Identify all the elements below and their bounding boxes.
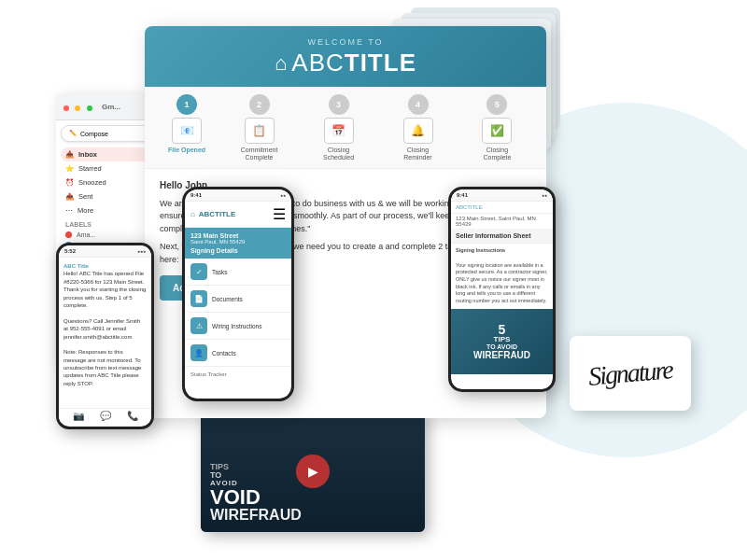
phone-right-status-icons: ●● bbox=[542, 192, 547, 198]
right-phone-section-title: Seller Information Sheet bbox=[451, 229, 553, 244]
step-label-5: Closing Complete bbox=[472, 147, 523, 162]
main-scene: Gm... ✏️ Compose 📥 Inbox ⭐ Starred ⏰ Sno… bbox=[0, 0, 747, 560]
wirefraud-text: WIREFRAUD bbox=[473, 350, 530, 360]
app-menu-tasks[interactable]: ✓ Tasks bbox=[185, 259, 291, 286]
starred-label: Starred bbox=[78, 164, 102, 173]
expand-dot bbox=[87, 105, 92, 111]
gmail-label: Gm... bbox=[102, 103, 120, 111]
snoozed-label: Snoozed bbox=[78, 178, 106, 187]
close-dot bbox=[63, 105, 69, 111]
sent-icon: 📤 bbox=[65, 192, 74, 201]
phone-left-time: 5:52 bbox=[64, 248, 76, 254]
phone-left-screen: 5:52 ●●● ABC Title Hello! ABC Title has … bbox=[59, 245, 151, 427]
sent-label: Sent bbox=[78, 192, 92, 201]
message-icon: 💬 bbox=[100, 411, 111, 421]
edit-icon: ✏️ bbox=[69, 130, 78, 137]
phone-icon: 📞 bbox=[127, 411, 138, 421]
right-phone-content-text: Your signing location are available in a… bbox=[451, 259, 553, 309]
right-phone-signing-title: Signing Instructions bbox=[451, 244, 553, 259]
step-icon-1: 📧 bbox=[172, 118, 202, 144]
email-header: WELCOME TO ⌂ ABCTITLE bbox=[145, 26, 546, 87]
signature-card: Signature bbox=[570, 336, 691, 411]
step-icon-4: 🔔 bbox=[403, 118, 433, 144]
phone-left-notification: ABC Title Hello! ABC Title has opened Fi… bbox=[59, 258, 151, 392]
step-3: 3 📅 Closing Scheduled bbox=[313, 94, 364, 162]
step-label-2: Commitment Complete bbox=[233, 147, 285, 162]
step-label-4: Closing Reminder bbox=[392, 147, 444, 162]
step-1: 1 📧 File Opened bbox=[168, 94, 205, 154]
wiring-label: Wiring Instructions bbox=[212, 323, 261, 329]
label-dot-1 bbox=[65, 231, 72, 238]
phone-center-status-bar: 9:41 ●● bbox=[185, 189, 291, 202]
tips-label: TIPS bbox=[494, 336, 511, 343]
phone-left-questions: Questions? Call Jennifer Smith at 952-55… bbox=[63, 317, 147, 341]
phone-left-status-bar: 5:52 ●●● bbox=[59, 245, 151, 258]
camera-icon: 📷 bbox=[73, 411, 84, 421]
phone-right-status-bar: 9:41 ●● bbox=[451, 189, 553, 202]
documents-icon: 📄 bbox=[190, 290, 207, 307]
app-header: ⌂ ABCTITLE ☰ bbox=[185, 202, 291, 228]
step-4: 4 🔔 Closing Reminder bbox=[392, 94, 444, 162]
contacts-icon: 👤 bbox=[190, 344, 207, 361]
brand-title: TITLE bbox=[345, 49, 416, 77]
brand-logo: ⌂ ABCTITLE bbox=[160, 49, 531, 77]
to-avoid-text: TO AVOID bbox=[486, 343, 517, 350]
compose-label: Compose bbox=[80, 131, 108, 137]
step-2: 2 📋 Commitment Complete bbox=[233, 94, 285, 162]
video-wirefraud-label: WIREFRAUD bbox=[210, 508, 302, 523]
hamburger-icon[interactable]: ☰ bbox=[273, 205, 286, 223]
wiring-icon: ⚠ bbox=[190, 317, 207, 334]
signature-text: Signature bbox=[587, 355, 673, 392]
step-label-1: File Opened bbox=[168, 147, 205, 154]
signing-instructions-heading: Signing Instructions bbox=[456, 247, 505, 253]
phone-center-screen: 9:41 ●● ⌂ ABCTITLE ☰ 123 Main Street Sai… bbox=[185, 189, 291, 399]
video-card-wirefraud[interactable]: TIPS TO AVOID VOID WIREFRAUD ▶ bbox=[201, 411, 425, 532]
documents-label: Documents bbox=[212, 296, 243, 302]
app-street: 123 Main Street bbox=[190, 232, 286, 239]
app-house-icon: ⌂ bbox=[190, 210, 195, 218]
step-icon-2: 📋 bbox=[245, 118, 275, 144]
brand-name: ABCTITLE bbox=[291, 49, 416, 77]
phone-center-time: 9:41 bbox=[190, 192, 202, 198]
more-icon: ⋯ bbox=[65, 206, 73, 215]
step-circle-1: 1 bbox=[176, 94, 197, 115]
video-overlay: TIPS TO AVOID VOID WIREFRAUD bbox=[210, 463, 302, 523]
starred-icon: ⭐ bbox=[65, 164, 74, 173]
step-circle-2: 2 bbox=[249, 94, 270, 115]
play-icon: ▶ bbox=[308, 464, 318, 479]
tasks-label: Tasks bbox=[212, 269, 228, 275]
phone-notification: 5:52 ●●● ABC Title Hello! ABC Title has … bbox=[56, 243, 154, 429]
brand-abc: ABC bbox=[291, 49, 344, 77]
app-brand-name: ABCTITLE bbox=[199, 210, 236, 218]
welcome-text: WELCOME TO bbox=[160, 37, 531, 47]
app-status-tracker: Status Tracker bbox=[185, 367, 291, 382]
phone-center-status-icons: ●● bbox=[280, 192, 286, 198]
step-icon-5: ✅ bbox=[482, 118, 512, 144]
step-5: 5 ✅ Closing Complete bbox=[472, 94, 523, 162]
app-menu-documents[interactable]: 📄 Documents bbox=[185, 286, 291, 313]
app-menu-contacts[interactable]: 👤 Contacts bbox=[185, 340, 291, 367]
app-city: Saint Paul, MN 55429 bbox=[190, 239, 286, 245]
phone-app-center: 9:41 ●● ⌂ ABCTITLE ☰ 123 Main Street Sai… bbox=[182, 187, 294, 401]
tips-text: 5 bbox=[499, 323, 506, 336]
app-section-title: Signing Details bbox=[190, 247, 286, 254]
wirefraud-video-thumbnail: 5 TIPS TO AVOID WIREFRAUD bbox=[451, 309, 553, 374]
progress-steps: 1 📧 File Opened 2 📋 Commitment Complete … bbox=[145, 87, 546, 169]
snoozed-icon: ⏰ bbox=[65, 178, 74, 187]
minimize-dot bbox=[75, 105, 80, 111]
video-void-label: VOID bbox=[210, 487, 302, 508]
phone-left-disclaimer: Note: Responses to this message are not … bbox=[63, 348, 147, 387]
phone-left-icons: ●●● bbox=[137, 248, 146, 254]
phone-left-bottom-bar: 📷 💬 📞 bbox=[59, 408, 151, 423]
phone-right-screen: 9:41 ●● ABCTITLE 123 Main Street, Saint … bbox=[451, 189, 553, 389]
step-icon-3: 📅 bbox=[324, 118, 354, 144]
phone-right-time: 9:41 bbox=[457, 192, 468, 198]
video-tips-label: TIPS bbox=[210, 463, 302, 471]
step-label-3: Closing Scheduled bbox=[313, 147, 364, 162]
phone-right-seller-sheet: 9:41 ●● ABCTITLE 123 Main Street, Saint … bbox=[448, 187, 556, 392]
step-circle-5: 5 bbox=[486, 94, 507, 115]
app-address-block: 123 Main Street Saint Paul, MN 55429 Sig… bbox=[185, 228, 291, 259]
app-menu-wiring[interactable]: ⚠ Wiring Instructions bbox=[185, 313, 291, 340]
play-button[interactable]: ▶ bbox=[296, 455, 330, 488]
phone-left-app-name: ABC Title bbox=[63, 262, 147, 270]
